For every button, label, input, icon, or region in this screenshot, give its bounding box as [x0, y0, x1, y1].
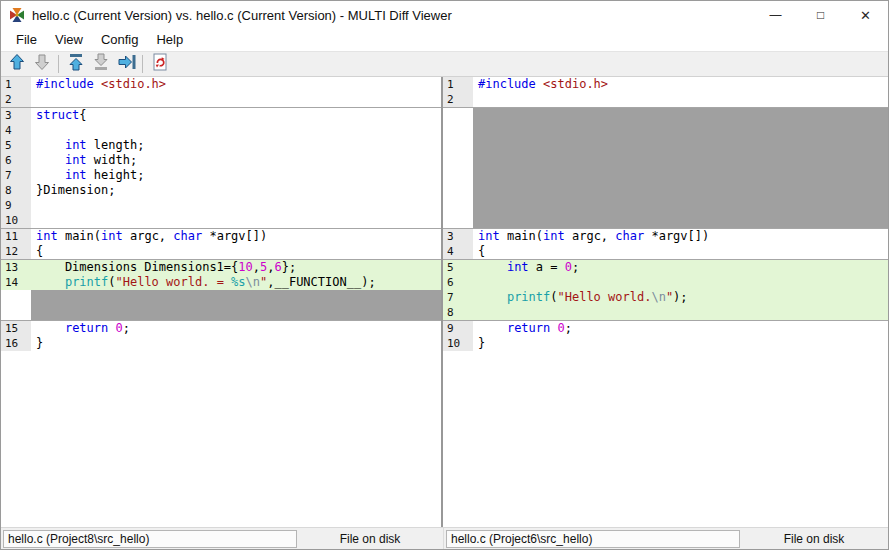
line-number: 2 — [443, 92, 473, 107]
code-line[interactable]: 3int main(int argc, char *argv[]) — [443, 229, 888, 244]
arrow-up-bar-icon — [66, 52, 86, 76]
window-controls: — □ ✕ — [753, 1, 888, 29]
code-line[interactable]: 5 int a = 0; — [443, 260, 888, 275]
arrow-down-icon — [32, 52, 52, 76]
first-diff-button[interactable] — [63, 53, 88, 75]
menu-file[interactable]: File — [7, 30, 46, 50]
line-number: 10 — [1, 213, 31, 228]
code-line[interactable]: 8}Dimension; — [1, 183, 441, 198]
code-text: int main(int argc, char *argv[]) — [31, 229, 441, 244]
menu-help[interactable]: Help — [147, 30, 192, 50]
minimize-button[interactable]: — — [753, 1, 798, 29]
code-text: int a = 0; — [473, 260, 888, 275]
code-line[interactable]: 4 — [1, 123, 441, 138]
code-text: return 0; — [473, 321, 888, 336]
window-title: hello.c (Current Version) vs. hello.c (C… — [32, 8, 452, 23]
multi-pinwheel-icon — [9, 7, 25, 23]
line-number: 14 — [1, 275, 31, 290]
code-line[interactable]: 9 — [1, 198, 441, 213]
code-text: #include <stdio.h> — [31, 77, 441, 92]
left-file-label: hello.c (Project8\src_hello) — [3, 530, 297, 548]
right-diff-pane[interactable]: 1#include <stdio.h>23int main(int argc, … — [443, 77, 888, 527]
line-number: 6 — [1, 153, 31, 168]
line-number: 8 — [443, 305, 473, 320]
code-text — [31, 92, 441, 107]
line-number: 7 — [1, 168, 31, 183]
code-line[interactable]: 12{ — [1, 244, 441, 259]
line-number: 4 — [1, 123, 31, 138]
diff-filler-block — [1, 290, 441, 320]
reload-file-button[interactable] — [147, 53, 172, 75]
line-number: 9 — [1, 198, 31, 213]
code-line[interactable]: 10 — [1, 213, 441, 228]
code-line[interactable]: 14 printf("Hello world. = %s\n",__FUNCTI… — [1, 275, 441, 290]
line-number: 1 — [443, 77, 473, 92]
line-number: 5 — [1, 138, 31, 153]
multi-diff-viewer-window: hello.c (Current Version) vs. hello.c (C… — [0, 0, 889, 550]
last-diff-button — [88, 53, 113, 75]
menu-view[interactable]: View — [46, 30, 92, 50]
status-left: hello.c (Project8\src_hello) File on dis… — [1, 528, 443, 549]
line-number: 8 — [1, 183, 31, 198]
left-file-source: File on disk — [297, 532, 443, 546]
code-text: Dimensions Dimensions1={10,5,6}; — [31, 260, 441, 275]
code-line[interactable]: 11int main(int argc, char *argv[]) — [1, 229, 441, 244]
code-text: { — [473, 244, 888, 259]
code-text: int length; — [31, 138, 441, 153]
line-number: 16 — [1, 336, 31, 351]
code-line[interactable]: 4{ — [443, 244, 888, 259]
line-number: 9 — [443, 321, 473, 336]
code-line[interactable]: 2 — [1, 92, 441, 107]
maximize-button[interactable]: □ — [798, 1, 843, 29]
code-text — [473, 92, 888, 107]
menu-config[interactable]: Config — [92, 30, 148, 50]
line-number: 13 — [1, 260, 31, 275]
code-text: int width; — [31, 153, 441, 168]
line-number: 5 — [443, 260, 473, 275]
code-line[interactable]: 3struct{ — [1, 108, 441, 123]
next-diff-button — [29, 53, 54, 75]
prev-diff-button[interactable] — [4, 53, 29, 75]
status-right: hello.c (Project6\src_hello) File on dis… — [443, 528, 888, 549]
toolbar — [1, 51, 888, 77]
code-line[interactable]: 13 Dimensions Dimensions1={10,5,6}; — [1, 260, 441, 275]
reload-document-icon — [150, 52, 170, 76]
code-line[interactable]: 6 — [443, 275, 888, 290]
code-line[interactable]: 5 int length; — [1, 138, 441, 153]
line-number: 7 — [443, 290, 473, 305]
code-line[interactable]: 2 — [443, 92, 888, 107]
code-text: int height; — [31, 168, 441, 183]
code-line[interactable]: 10} — [443, 336, 888, 351]
line-number — [1, 290, 31, 320]
line-number: 10 — [443, 336, 473, 351]
code-text: int main(int argc, char *argv[]) — [473, 229, 888, 244]
code-line[interactable]: 16} — [1, 336, 441, 351]
diff-area: 1#include <stdio.h>23struct{45 int lengt… — [1, 77, 888, 527]
code-text: { — [31, 244, 441, 259]
code-text: return 0; — [31, 321, 441, 336]
line-number: 4 — [443, 244, 473, 259]
right-file-label: hello.c (Project6\src_hello) — [446, 530, 740, 548]
code-text: }Dimension; — [31, 183, 441, 198]
line-number: 6 — [443, 275, 473, 290]
line-number: 3 — [1, 108, 31, 123]
code-line[interactable]: 1#include <stdio.h> — [1, 77, 441, 92]
code-line[interactable]: 15 return 0; — [1, 321, 441, 336]
line-number: 1 — [1, 77, 31, 92]
arrow-down-bar-icon — [91, 52, 111, 76]
line-number: 12 — [1, 244, 31, 259]
code-line[interactable]: 6 int width; — [1, 153, 441, 168]
code-line[interactable]: 7 int height; — [1, 168, 441, 183]
code-line[interactable]: 8 — [443, 305, 888, 320]
code-line[interactable]: 7 printf("Hello world.\n"); — [443, 290, 888, 305]
code-line[interactable]: 9 return 0; — [443, 321, 888, 336]
code-text: struct{ — [31, 108, 441, 123]
close-button[interactable]: ✕ — [843, 1, 888, 29]
code-line[interactable]: 1#include <stdio.h> — [443, 77, 888, 92]
goto-line-button[interactable] — [113, 53, 138, 75]
arrow-into-bar-icon — [116, 52, 136, 76]
filler-area — [473, 108, 888, 228]
diff-filler-block — [443, 108, 888, 228]
left-diff-pane[interactable]: 1#include <stdio.h>23struct{45 int lengt… — [1, 77, 441, 527]
line-number: 2 — [1, 92, 31, 107]
